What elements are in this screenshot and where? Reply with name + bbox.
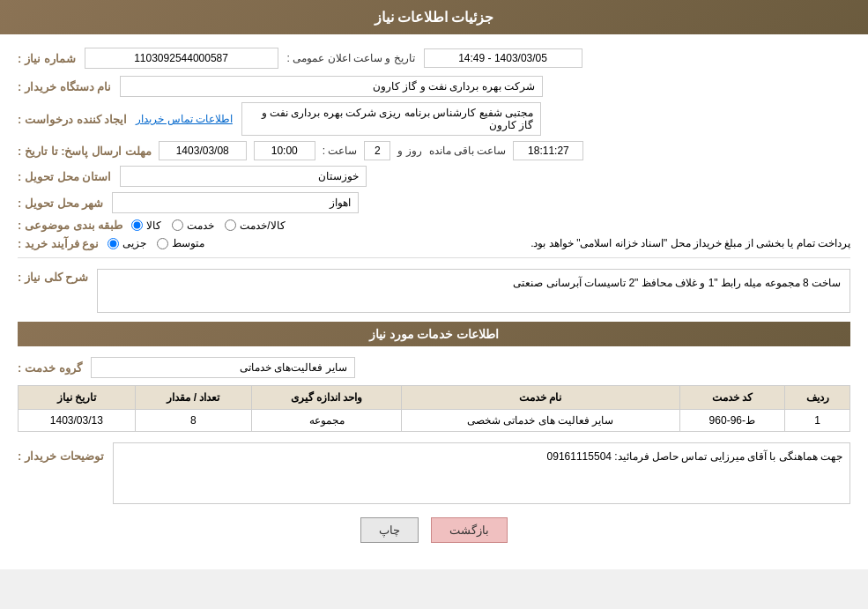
service-group-label: گروه خدمت : <box>18 361 82 375</box>
need-description-value: ساخت 8 مجموعه میله رابط "1 و غلاف محافظ … <box>513 277 841 289</box>
need-description-box: ساخت 8 مجموعه میله رابط "1 و غلاف محافظ … <box>97 269 850 313</box>
purchase-type-group[interactable]: متوسط جزیی <box>108 237 204 249</box>
purchase-type-note: پرداخت تمام یا بخشی از مبلغ خریداز محل "… <box>222 237 850 249</box>
creator-label: ایجاد کننده درخواست : <box>18 113 127 126</box>
time-label: ساعت : <box>323 145 358 157</box>
cell-service-code: ط-96-960 <box>679 410 784 432</box>
requester-value: شرکت بهره برداری نفت و گاز کارون <box>120 76 543 97</box>
category-khidmat[interactable]: خدمت <box>172 219 214 232</box>
category-kala[interactable]: کالا <box>131 219 161 232</box>
col-quantity: تعداد / مقدار <box>135 386 252 410</box>
service-group-value: سایر فعالیت‌های خدماتی <box>91 357 355 378</box>
date-value: 1403/03/08 <box>159 141 247 160</box>
table-row: 1 ط-96-960 سایر فعالیت های خدماتی شخصی م… <box>19 410 850 432</box>
remaining-label: ساعت باقی مانده <box>429 145 507 157</box>
need-number-label: شماره نیاز : <box>18 52 76 65</box>
category-kala-khidmat[interactable]: کالا/خدمت <box>225 219 285 232</box>
time-value: 10:00 <box>254 141 315 160</box>
cell-quantity: 8 <box>135 410 252 432</box>
cell-date: 1403/03/13 <box>19 410 136 432</box>
buttons-row: بازگشت چاپ <box>18 517 850 556</box>
print-button[interactable]: چاپ <box>360 517 419 543</box>
col-date: تاریخ نیاز <box>19 386 136 410</box>
purchase-type-medium[interactable]: متوسط <box>157 237 204 249</box>
category-label: طبقه بندی موضوعی : <box>18 219 122 232</box>
services-table: ردیف کد خدمت نام خدمت واحد اندازه گیری ت… <box>18 385 850 432</box>
cell-unit: مجموعه <box>252 410 402 432</box>
col-unit: واحد اندازه گیری <box>252 386 402 410</box>
requester-label: نام دستگاه خریدار : <box>18 80 111 93</box>
back-button[interactable]: بازگشت <box>431 517 508 543</box>
announce-label: تاریخ و ساعت اعلان عمومی : <box>287 52 415 64</box>
buyer-notes-box: جهت هماهنگی با آقای میرزایی تماس حاصل فر… <box>113 442 850 504</box>
page-title: جزئیات اطلاعات نیاز <box>375 10 494 25</box>
col-row-num: ردیف <box>785 386 850 410</box>
purchase-type-partial[interactable]: جزیی <box>108 237 146 249</box>
category-group[interactable]: کالا/خدمت خدمت کالا <box>131 219 285 232</box>
cell-service-name: سایر فعالیت های خدماتی شخصی <box>402 410 680 432</box>
city-value: اهواز <box>112 192 359 213</box>
need-number-value: 1103092544000587 <box>85 48 278 69</box>
buyer-notes-value: جهت هماهنگی با آقای میرزایی تماس حاصل فر… <box>547 450 842 463</box>
divider-1 <box>18 257 850 258</box>
days-value: 2 <box>364 141 390 160</box>
services-section-title: اطلاعات خدمات مورد نیاز <box>18 322 850 346</box>
announce-date-value: 1403/03/05 - 14:49 <box>424 48 582 68</box>
page-header: جزئیات اطلاعات نیاز <box>0 0 868 34</box>
day-label: روز و <box>397 145 421 157</box>
contact-link[interactable]: اطلاعات تماس خریدار <box>136 113 233 125</box>
cell-row-num: 1 <box>785 410 850 432</box>
need-description-label: شرح کلی نیاز : <box>18 271 88 284</box>
buyer-notes-label: توضیحات خریدار : <box>18 449 104 463</box>
city-label: شهر محل تحویل : <box>18 197 103 210</box>
remaining-value: 18:11:27 <box>513 141 583 160</box>
province-value: خوزستان <box>120 166 367 187</box>
province-label: استان محل تحویل : <box>18 170 111 183</box>
col-service-code: کد خدمت <box>679 386 784 410</box>
send-deadline-label: مهلت ارسال پاسخ: تا تاریخ : <box>18 145 152 158</box>
creator-value: مجتبی شفیع کارشناس برنامه ریزی شرکت بهره… <box>241 102 541 136</box>
col-service-name: نام خدمت <box>402 386 680 410</box>
purchase-type-label: نوع فرآیند خرید : <box>18 237 99 250</box>
